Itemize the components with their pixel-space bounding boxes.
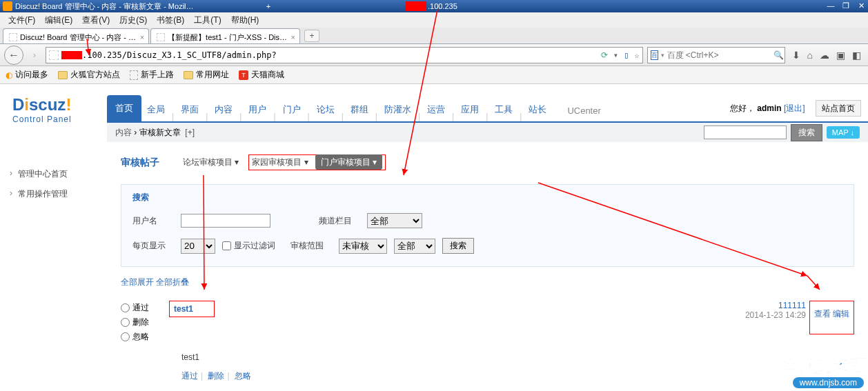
site-home-button[interactable]: 站点首页	[816, 100, 861, 117]
minimize-button[interactable]: —	[824, 0, 838, 11]
redacted-ip	[61, 51, 82, 59]
radio-delete[interactable]	[121, 318, 130, 327]
filter-portal[interactable]: 门户审核项目 ▾	[315, 154, 382, 170]
nav-group[interactable]: 群组	[345, 98, 374, 121]
username-input[interactable]	[181, 214, 270, 228]
fullscreen-icon[interactable]: ▣	[836, 50, 845, 61]
nav-portal[interactable]: 门户	[277, 98, 306, 121]
crumb-content[interactable]: 内容	[115, 128, 132, 137]
nav-user[interactable]: 用户	[243, 98, 272, 121]
left-menu-item[interactable]: 管理中心首页	[10, 164, 107, 184]
url-path: Discuz_X3.1_SC_UTF8/admin.php?	[127, 50, 277, 60]
search-icon[interactable]: 🔍	[773, 50, 784, 60]
redacted-block	[406, 1, 426, 11]
view-link[interactable]: 查看	[814, 309, 831, 319]
back-button[interactable]: ←	[4, 46, 23, 65]
nav-antispam[interactable]: 防灌水	[379, 98, 417, 121]
nav-founder[interactable]: 站长	[523, 98, 552, 121]
menu-tools[interactable]: 工具(T)	[190, 13, 225, 28]
address-bar[interactable]: .100.235/ Discuz_X3.1_SC_UTF8/admin.php?…	[46, 47, 643, 63]
cloud-icon[interactable]: ☁	[820, 50, 829, 61]
search-panel: 搜索 用户名 频道栏目 全部 每页显示 20 显示过滤词 审核范围 未审核 全部…	[121, 184, 854, 267]
nav-ops[interactable]: 运营	[422, 98, 451, 121]
action-pass[interactable]: 通过	[181, 371, 198, 381]
close-button[interactable]: ✕	[854, 0, 868, 11]
menu-bookmarks[interactable]: 书签(B)	[152, 13, 188, 28]
nav-app[interactable]: 应用	[455, 98, 484, 121]
perpage-select[interactable]: 20	[181, 239, 215, 254]
admin-page: Discuz! Control Panel 管理中心首页 常用操作管理 首页 全…	[0, 84, 868, 391]
search-input[interactable]	[667, 50, 771, 60]
bookmark-item[interactable]: 常用网址	[184, 69, 229, 81]
left-menu: 管理中心首页 常用操作管理	[0, 137, 107, 204]
item-radios: 通过 删除 忽略	[121, 301, 169, 344]
new-tab-button[interactable]: +	[304, 30, 319, 42]
bookmark-item[interactable]: 火狐官方站点	[58, 69, 120, 81]
menu-help[interactable]: 帮助(H)	[227, 13, 264, 28]
edit-link[interactable]: 编辑	[833, 309, 849, 319]
nav-ui[interactable]: 界面	[175, 98, 204, 121]
downloads-icon[interactable]: ⬇	[792, 50, 800, 61]
search-engine-icon[interactable]: 百	[651, 50, 658, 60]
crumb-search-input[interactable]	[704, 126, 787, 139]
radio-pass[interactable]	[121, 303, 130, 312]
nav-global[interactable]: 全局	[141, 98, 170, 121]
most-visited[interactable]: ◐访问最多	[6, 69, 48, 81]
crumb-plus[interactable]: [+]	[185, 128, 195, 137]
tab-close-icon[interactable]: ×	[140, 33, 144, 41]
panel-search-button[interactable]: 搜索	[442, 238, 474, 254]
logout-link[interactable]: [退出]	[784, 103, 805, 113]
menu-file[interactable]: 文件(F)	[4, 13, 39, 28]
crumb-search-button[interactable]: 搜索	[791, 124, 822, 141]
browser-tab[interactable]: 【新提醒】test1 - 门户-XSS - Dis… ×	[150, 28, 300, 43]
nav-ucenter[interactable]: UCenter	[562, 100, 606, 121]
filter-home[interactable]: 家园审核项目 ▾	[252, 157, 308, 167]
nav-home[interactable]: 首页	[107, 95, 141, 121]
action-ignore[interactable]: 忽略	[235, 371, 251, 381]
menu-history[interactable]: 历史(S)	[115, 13, 151, 28]
titlebar-plus-icon[interactable]: +	[264, 1, 273, 11]
action-delete[interactable]: 删除	[208, 371, 224, 381]
toolbar-right-icons: ⬇ ⌂ ☁ ▣ ◧	[789, 50, 864, 61]
crumb-current: 审核新文章	[139, 128, 181, 137]
addon-icon[interactable]: ◧	[852, 50, 861, 61]
menu-edit[interactable]: 编辑(E)	[41, 13, 77, 28]
nav-forum[interactable]: 论坛	[311, 98, 340, 121]
item-number[interactable]: 111111	[778, 301, 806, 310]
bookmark-item[interactable]: T天猫商城	[239, 69, 284, 81]
map-button[interactable]: MAP ↓	[827, 126, 860, 139]
home-icon[interactable]: ⌂	[807, 50, 813, 61]
search-dropdown-icon[interactable]: ▾	[661, 52, 664, 59]
dropdown-icon[interactable]: ▾	[613, 50, 618, 60]
nav-tools[interactable]: 工具	[489, 98, 518, 121]
admin-sidebar: Discuz! Control Panel 管理中心首页 常用操作管理	[0, 84, 107, 391]
tab-close-icon[interactable]: ×	[291, 33, 295, 41]
show-filter-checkbox[interactable]	[222, 241, 231, 250]
scope-select-2[interactable]: 全部	[394, 239, 435, 254]
menu-view[interactable]: 查看(V)	[78, 13, 114, 28]
scope-select-1[interactable]: 未审核	[339, 239, 387, 254]
item-date: 2014-1-23 14:29	[745, 310, 806, 320]
panel-heading: 搜索	[132, 192, 842, 203]
bookmark-star-icon[interactable]: ☆	[634, 50, 639, 60]
bookmark-item[interactable]: 新手上路	[130, 69, 174, 81]
maximize-button[interactable]: ❐	[839, 0, 853, 11]
search-box[interactable]: 百 ▾ 🔍	[647, 47, 785, 63]
collapse-all[interactable]: 全部折叠	[156, 277, 189, 287]
user-info: 您好， admin [退出] 站点首页	[730, 103, 861, 114]
logo-subtitle: Control Panel	[12, 114, 95, 124]
watermark-text: 电脑技术吧	[781, 355, 864, 377]
channel-select[interactable]: 全部	[367, 213, 422, 228]
watermark: 电脑技术吧 www.dnjsb.com	[781, 355, 864, 388]
filter-forum[interactable]: 论坛审核项目 ▾	[183, 157, 239, 168]
nav-content[interactable]: 内容	[209, 98, 238, 121]
radio-ignore[interactable]	[121, 332, 130, 341]
forward-button[interactable]: ›	[28, 50, 41, 60]
device-icon[interactable]: ▯	[624, 50, 629, 60]
browser-tab-active[interactable]: Discuz! Board 管理中心 - 内容 - … ×	[3, 28, 149, 43]
expand-all[interactable]: 全部展开	[121, 277, 154, 287]
url-favicon	[49, 50, 59, 60]
item-title[interactable]: test1	[174, 304, 193, 314]
reload-icon[interactable]: ⟳	[601, 50, 608, 60]
left-menu-item[interactable]: 常用操作管理	[10, 184, 107, 204]
